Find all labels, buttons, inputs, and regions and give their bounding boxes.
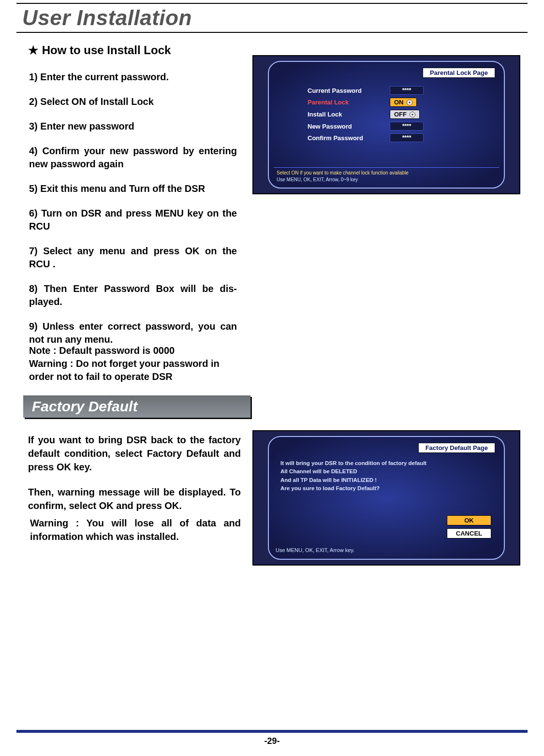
ok-button: OK (447, 515, 491, 525)
tv1-panel: Parental Lock Page Current Password ****… (268, 61, 505, 189)
note-block: Note : Default password is 0000 Warning … (29, 344, 242, 383)
tv1-fields: Current Password **** Parental Lock ON I… (308, 86, 491, 145)
note-warning: Warning : Do not forget your password in… (29, 357, 242, 383)
tv1-hint: Select ON if you want to make channel lo… (274, 167, 499, 183)
step-4: 4) Confirm your new password by entering… (29, 145, 237, 171)
radio-on-icon (407, 100, 412, 105)
parental-lock-screenshot: Parental Lock Page Current Password ****… (252, 55, 520, 194)
tv2-panel: Factory Default Page It will bring your … (268, 436, 505, 560)
label-new-password: New Password (308, 123, 390, 130)
value-new-password: **** (390, 122, 424, 131)
subtitle-text: How to use Install Lock (42, 44, 171, 57)
value-confirm-password: **** (390, 133, 424, 142)
tv2-buttons: OK CANCEL (447, 515, 491, 538)
tv2-message: It will bring your DSR to the condition … (280, 459, 492, 493)
title-rule (16, 32, 528, 33)
top-rule (16, 3, 528, 4)
factory-warning: Warning : You will lose all of data and … (30, 516, 241, 543)
page-title: User Installation (22, 6, 192, 30)
label-parental-lock: Parental Lock (308, 99, 390, 106)
page-number: -29- (0, 736, 544, 746)
tv1-title: Parental Lock Page (423, 68, 495, 78)
tv1-hint-line2: Use MENU, OK, EXIT, Arrow, 0~9 key (277, 176, 496, 183)
radio-off-icon (410, 112, 415, 117)
factory-p2: Then, warning message will be displayed.… (28, 485, 241, 512)
step-7: 7) Select any menu and press OK on the R… (29, 245, 237, 271)
value-parental-lock: ON (390, 98, 417, 107)
star-icon: ★ (28, 44, 39, 57)
step-3: 3) Enter new password (29, 120, 237, 133)
value-current-password: **** (390, 86, 424, 95)
row-new-password: New Password **** (308, 122, 491, 131)
steps-list: 1) Enter the current password. 2) Select… (29, 71, 237, 358)
tv2-msg-line4: Are you sure to load Factory Default? (280, 484, 492, 493)
step-8: 8) Then Enter Password Box will be dis-p… (29, 282, 237, 308)
row-current-password: Current Password **** (308, 86, 491, 95)
value-parental-lock-text: ON (394, 99, 404, 106)
step-9: 9) Unless enter correct password, you ca… (29, 320, 237, 346)
factory-default-text: If you want to bring DSR back to the fac… (28, 433, 241, 524)
label-current-password: Current Password (308, 87, 390, 94)
tv2-hint: Use MENU, OK, EXIT, Arrow key. (276, 547, 354, 553)
tv2-msg-line3: And all TP Data will be INITIALIZED ! (280, 476, 492, 484)
value-install-lock-text: OFF (394, 111, 407, 118)
label-install-lock: Install Lock (308, 111, 390, 118)
label-confirm-password: Confirm Password (308, 134, 390, 142)
tv1-hint-line1: Select ON if you want to make channel lo… (277, 170, 496, 176)
step-1: 1) Enter the current password. (29, 71, 237, 84)
row-parental-lock: Parental Lock ON (308, 98, 491, 107)
row-confirm-password: Confirm Password **** (308, 133, 491, 142)
step-5: 5) Exit this menu and Turn off the DSR (29, 182, 237, 195)
factory-default-screenshot: Factory Default Page It will bring your … (252, 430, 520, 566)
value-install-lock: OFF (390, 110, 420, 119)
tv2-msg-line1: It will bring your DSR to the condition … (280, 459, 492, 467)
row-install-lock: Install Lock OFF (308, 110, 491, 119)
step-2: 2) Select ON of Install Lock (29, 95, 237, 108)
footer-rule (16, 730, 528, 733)
subtitle: ★ How to use Install Lock (28, 44, 171, 57)
step-6: 6) Turn on DSR and press MENU key on the… (29, 207, 237, 233)
tv2-title: Factory Default Page (418, 443, 495, 453)
tv2-msg-line2: All Channel will be DELETED (280, 467, 492, 476)
note-default-pw: Note : Default password is 0000 (29, 344, 242, 357)
cancel-button: CANCEL (447, 528, 491, 538)
factory-p1: If you want to bring DSR back to the fac… (28, 433, 241, 474)
section-factory-default-heading: Factory Default (23, 395, 250, 418)
